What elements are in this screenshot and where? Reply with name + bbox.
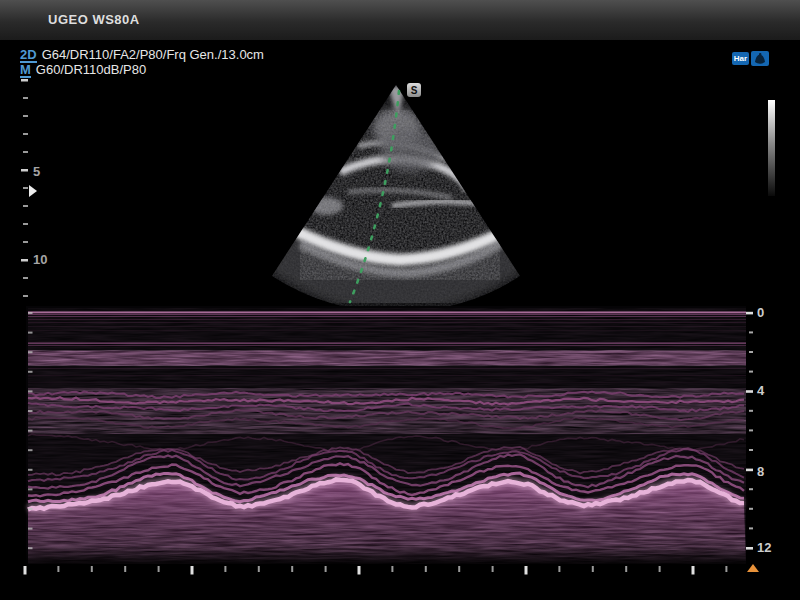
- params-m: G60/DR110dB/P80: [36, 63, 146, 76]
- mode-m-chip[interactable]: M: [20, 63, 31, 78]
- depth-ruler-2d: [21, 79, 28, 297]
- app-title: UGEO WS80A: [48, 12, 140, 27]
- info-line-2d: 2D G64/DR110/FA2/P80/Frq Gen./13.0cm: [20, 48, 264, 63]
- mmode-depth-label-4: 4: [757, 384, 764, 398]
- ultrasound-2d-image: [260, 80, 540, 320]
- time-axis: [24, 566, 728, 575]
- info-line-m: M G60/DR110dB/P80: [20, 63, 146, 78]
- params-2d: G64/DR110/FA2/P80/Frq Gen./13.0cm: [42, 48, 264, 61]
- mmode-trace: [26, 306, 746, 566]
- harmonic-icon[interactable]: Har: [732, 52, 749, 65]
- time-marker-icon[interactable]: [747, 564, 759, 572]
- ruler-label-5: 5: [33, 165, 40, 179]
- mmode-depth-label-0: 0: [757, 306, 764, 320]
- grayscale-bar: [768, 100, 775, 196]
- ultrasound-screen: { "header": { "title": "UGEO WS80A" }, "…: [0, 0, 800, 600]
- mmode-depth-scale: [746, 312, 753, 550]
- header-bar: UGEO WS80A: [0, 0, 800, 41]
- focus-marker-icon[interactable]: [29, 185, 37, 197]
- imaging-display: [0, 0, 800, 600]
- orientation-marker: S: [407, 83, 421, 97]
- mmode-depth-label-8: 8: [757, 465, 764, 479]
- probe-icon[interactable]: [751, 51, 769, 66]
- mmode-depth-label-12: 12: [757, 541, 771, 555]
- mode-2d-chip[interactable]: 2D: [20, 48, 37, 63]
- ruler-label-10: 10: [33, 253, 47, 267]
